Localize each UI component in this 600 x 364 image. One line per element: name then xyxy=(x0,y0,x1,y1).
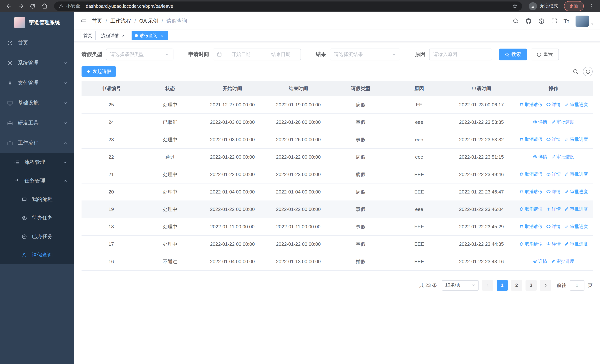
cancel-leave-link[interactable]: 取消请假 xyxy=(519,224,543,230)
sidebar-collapse-button[interactable] xyxy=(80,18,87,24)
create-leave-button[interactable]: 发起请假 xyxy=(82,66,116,77)
sidebar-item-dev-tools[interactable]: 研发工具 xyxy=(0,113,74,133)
approval-progress-link[interactable]: 审批进度 xyxy=(564,206,588,212)
browser-forward-button[interactable] xyxy=(16,1,26,11)
cell-actions: 取消请假详情审批进度 xyxy=(514,201,593,218)
approval-progress-link[interactable]: 审批进度 xyxy=(564,241,588,247)
refresh-table-button[interactable] xyxy=(583,67,593,76)
approval-progress-link[interactable]: 审批进度 xyxy=(564,171,588,177)
close-icon[interactable]: × xyxy=(121,33,126,38)
search-button[interactable]: 搜索 xyxy=(499,48,527,60)
browser-menu-button[interactable] xyxy=(587,3,596,9)
help-icon[interactable] xyxy=(538,18,544,24)
sidebar-item-done-tasks[interactable]: 已办任务 xyxy=(0,227,74,246)
cell-leave-type: 事假 xyxy=(331,235,390,253)
sidebar-item-payment-mgmt[interactable]: 支付管理 xyxy=(0,73,74,93)
browser-home-button[interactable] xyxy=(39,1,50,11)
detail-link[interactable]: 详情 xyxy=(546,224,561,230)
approval-progress-link[interactable]: 审批进度 xyxy=(564,136,588,143)
approval-progress-link[interactable]: 审批进度 xyxy=(564,189,588,195)
page-button-3[interactable]: 3 xyxy=(525,280,537,290)
sidebar-item-workflow[interactable]: 工作流程 xyxy=(0,133,74,153)
bookmark-star-icon[interactable] xyxy=(512,3,518,9)
header-search-icon[interactable] xyxy=(512,18,519,24)
detail-link[interactable]: 详情 xyxy=(546,241,561,247)
cancel-leave-link[interactable]: 取消请假 xyxy=(519,102,543,108)
tab-leave-query[interactable]: 请假查询 × xyxy=(131,31,168,40)
cell-status: 处理中 xyxy=(141,131,199,148)
table-row[interactable]: 17 处理中 2022-01-22 00:00:00 2022-01-22 00… xyxy=(82,235,593,253)
approval-progress-link[interactable]: 审批进度 xyxy=(564,224,588,230)
tab-home[interactable]: 首页 xyxy=(80,31,96,40)
app-logo[interactable]: 芋道管理系统 xyxy=(0,12,74,33)
update-button[interactable]: 更新 xyxy=(564,1,584,11)
sidebar-item-my-process[interactable]: 我的流程 xyxy=(0,190,74,209)
table-row[interactable]: 18 处理中 2022-01-11 00:00:00 2022-01-11 00… xyxy=(82,218,593,235)
breadcrumb-item[interactable]: 首页 xyxy=(92,18,107,24)
end-date-input[interactable]: 结束日期 xyxy=(265,51,297,58)
reason-input[interactable]: 请输入原因 xyxy=(429,48,492,60)
page-button-1[interactable]: 1 xyxy=(497,280,508,290)
sidebar-item-process-mgmt[interactable]: 流程管理 xyxy=(0,153,74,172)
breadcrumb-item[interactable]: OA 示例 xyxy=(139,18,163,24)
next-page-button[interactable] xyxy=(540,280,551,290)
trash-icon xyxy=(519,172,524,177)
sidebar-item-infrastructure[interactable]: 基础设施 xyxy=(0,93,74,113)
cancel-leave-link[interactable]: 取消请假 xyxy=(519,189,543,195)
page-button-2[interactable]: 2 xyxy=(511,280,522,290)
cancel-leave-link[interactable]: 取消请假 xyxy=(519,136,543,143)
sidebar-item-todo-tasks[interactable]: 待办任务 xyxy=(0,209,74,227)
github-icon[interactable] xyxy=(525,18,532,24)
page-size-select[interactable]: 10条/页 xyxy=(442,280,479,290)
date-range-picker[interactable]: 开始日期 - 结束日期 xyxy=(213,48,301,60)
approval-progress-link[interactable]: 审批进度 xyxy=(551,258,574,265)
toggle-search-button[interactable] xyxy=(572,69,579,75)
cancel-leave-link[interactable]: 取消请假 xyxy=(519,241,543,247)
table-row[interactable]: 25 处理中 2021-12-27 00:00:00 2022-01-19 00… xyxy=(82,96,593,113)
leave-type-select[interactable]: 请选择请假类型 xyxy=(106,48,173,60)
detail-link[interactable]: 详情 xyxy=(546,206,561,212)
table-row[interactable]: 19 处理中 2022-01-22 00:00:00 2022-01-22 00… xyxy=(82,201,593,218)
sidebar-item-leave-query[interactable]: 请假查询 xyxy=(0,246,74,264)
fullscreen-icon[interactable] xyxy=(551,18,557,24)
table-row[interactable]: 22 通过 2022-01-22 00:00:00 2022-01-22 00:… xyxy=(82,148,593,166)
result-select[interactable]: 请选择流结果 xyxy=(330,48,400,60)
approval-progress-link[interactable]: 审批进度 xyxy=(564,102,588,108)
cell-actions: 取消请假详情审批进度 xyxy=(514,131,593,148)
close-icon[interactable]: × xyxy=(159,33,165,38)
browser-back-button[interactable] xyxy=(4,1,14,11)
goto-page-input[interactable] xyxy=(570,280,584,290)
address-bar[interactable]: 不安全 dashboard.yudao.iocoder.cn/bpm/oa/le… xyxy=(54,1,522,11)
detail-link[interactable]: 详情 xyxy=(546,136,561,143)
user-menu[interactable] xyxy=(576,15,594,27)
detail-link[interactable]: 详情 xyxy=(546,171,561,177)
breadcrumb-item[interactable]: 工作流程 xyxy=(111,18,136,24)
detail-link[interactable]: 详情 xyxy=(533,119,547,125)
table-row[interactable]: 16 不通过 2022-01-04 00:00:00 2022-01-13 00… xyxy=(82,253,593,270)
detail-link[interactable]: 详情 xyxy=(533,258,547,265)
sidebar-item-home[interactable]: 首页 xyxy=(0,33,74,53)
sidebar-item-task-mgmt[interactable]: 任务管理 xyxy=(0,172,74,190)
detail-link[interactable]: 详情 xyxy=(546,189,561,195)
table-row[interactable]: 21 处理中 2022-01-22 00:00:00 2022-01-23 00… xyxy=(82,166,593,183)
eye-icon xyxy=(546,190,551,194)
font-size-icon[interactable]: TT xyxy=(563,18,569,24)
leave-table: 申请编号 状态 开始时间 结束时间 请假类型 原因 申请时间 操作 25 处理中 xyxy=(82,81,593,271)
approval-progress-link[interactable]: 审批进度 xyxy=(551,119,574,125)
cancel-leave-link[interactable]: 取消请假 xyxy=(519,171,543,177)
approval-progress-link[interactable]: 审批进度 xyxy=(551,154,574,160)
table-row[interactable]: 24 已取消 2022-01-03 00:00:00 2022-01-26 00… xyxy=(82,113,593,131)
browser-reload-button[interactable] xyxy=(28,1,38,11)
detail-link[interactable]: 详情 xyxy=(546,102,561,108)
tab-process-detail[interactable]: 流程详情 × xyxy=(98,31,129,40)
start-date-input[interactable]: 开始日期 xyxy=(225,51,257,58)
table-row[interactable]: 20 处理中 2022-01-04 00:00:00 2022-01-04 00… xyxy=(82,183,593,201)
prev-page-button[interactable] xyxy=(482,280,493,290)
cancel-leave-link[interactable]: 取消请假 xyxy=(519,206,543,212)
cell-leave-type: 事假 xyxy=(331,218,390,235)
table-row[interactable]: 23 处理中 2022-01-03 00:00:00 2022-01-26 00… xyxy=(82,131,593,148)
detail-link[interactable]: 详情 xyxy=(533,154,547,160)
sidebar-item-system-mgmt[interactable]: 系统管理 xyxy=(0,53,74,73)
cell-start-time: 2022-01-04 00:00:00 xyxy=(199,253,265,270)
reset-button[interactable]: 重置 xyxy=(531,48,559,60)
